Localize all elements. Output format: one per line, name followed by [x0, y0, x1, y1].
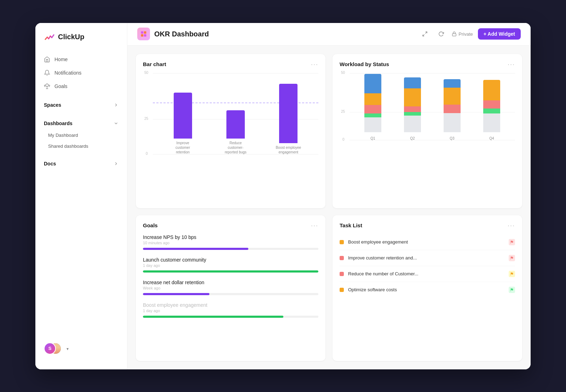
task-flag-2[interactable]	[509, 271, 515, 277]
task-list-menu[interactable]: ···	[508, 222, 515, 229]
flag-icon-0	[510, 240, 514, 244]
goals-widget: Goals ··· Increase NPS by 10 bps 10 minu…	[136, 215, 325, 361]
spaces-section-header[interactable]: Spaces	[35, 99, 127, 111]
q2-green	[404, 112, 421, 116]
add-widget-button[interactable]: + Add Widget	[478, 28, 521, 40]
bar-chart-header: Bar chart ···	[143, 61, 318, 68]
refresh-button[interactable]	[435, 28, 447, 40]
q4-label: Q4	[489, 136, 494, 140]
sidebar-item-shared-dashboards[interactable]: Shared dashboards	[35, 141, 127, 152]
goal-fill-3	[143, 316, 283, 318]
clickup-logo-icon	[44, 31, 55, 43]
task-list-header: Task List ···	[340, 222, 515, 229]
goal-fill-2	[143, 293, 209, 295]
goal-track-0	[143, 248, 318, 250]
page-icon	[137, 28, 150, 40]
task-dot-1	[340, 256, 344, 260]
sidebar-user-area[interactable]: S ▾	[35, 337, 127, 361]
task-item-2: Reduce the number of Customer...	[340, 266, 515, 282]
docs-section-header[interactable]: Docs	[35, 157, 127, 170]
goal-item-2: Increase net dollar retention Week ago	[143, 280, 318, 295]
goal-name-0: Increase NPS by 10 bps	[143, 234, 318, 240]
svg-line-6	[423, 34, 424, 36]
workload-menu[interactable]: ···	[508, 61, 515, 68]
y-label-50: 50	[144, 71, 148, 75]
goals-label: Goals	[54, 83, 68, 89]
dashboards-section-header[interactable]: Dashboards	[35, 117, 127, 130]
flag-icon-1	[510, 256, 514, 260]
bar-chart-area: 50 25 0	[143, 73, 318, 165]
q1-blue	[364, 74, 381, 93]
docs-label: Docs	[44, 161, 56, 166]
avatar-initials: S	[48, 346, 52, 351]
app-name: ClickUp	[58, 33, 84, 41]
q3-pink	[444, 105, 461, 113]
bell-icon	[44, 70, 50, 76]
q4-gray	[483, 113, 500, 132]
bar-group-2: Boost employee engagement	[274, 84, 302, 154]
w-y-label-50: 50	[341, 71, 345, 75]
q2-label: Q2	[410, 136, 415, 140]
logo[interactable]: ClickUp	[35, 31, 127, 53]
q1-yellow	[364, 93, 381, 105]
goal-item-0: Increase NPS by 10 bps 10 minutes ago	[143, 234, 318, 250]
goal-name-2: Increase net dollar retention	[143, 280, 318, 285]
task-flag-1[interactable]	[509, 255, 515, 261]
q1-green	[364, 113, 381, 117]
q2-pink	[404, 106, 421, 112]
sidebar-item-my-dashboard[interactable]: My Dashboard	[35, 130, 127, 141]
flag-icon-3	[510, 288, 514, 292]
page-title: OKR Dashboard	[154, 30, 419, 38]
svg-point-0	[46, 84, 48, 87]
goal-name-1: Launch customer community	[143, 257, 318, 263]
svg-rect-7	[452, 34, 456, 36]
shared-dashboards-label: Shared dashboards	[48, 144, 88, 149]
q4-yellow	[483, 80, 500, 100]
stacked-bar-q1: Q1	[364, 74, 381, 140]
avatar-user-1: S	[44, 343, 56, 355]
q3-label: Q3	[450, 136, 454, 140]
expand-icon	[422, 31, 428, 37]
sidebar-item-notifications[interactable]: Notifications	[35, 66, 127, 80]
goal-fill-0	[143, 248, 248, 250]
sidebar-item-home[interactable]: Home	[35, 53, 127, 66]
svg-line-5	[426, 32, 427, 34]
docs-chevron-right-icon	[114, 161, 119, 166]
task-flag-0[interactable]	[509, 239, 515, 245]
q4-bar	[483, 80, 500, 132]
flag-icon-2	[510, 272, 514, 276]
task-name-2: Reduce the number of Customer...	[348, 271, 504, 276]
task-flag-3[interactable]	[509, 287, 515, 293]
notifications-label: Notifications	[54, 70, 81, 76]
goal-fill-1	[143, 270, 318, 273]
task-item-0: Boost employee engagement	[340, 234, 515, 250]
q2-gray	[404, 116, 421, 132]
q1-label: Q1	[370, 136, 375, 140]
task-list-title: Task List	[340, 222, 362, 228]
goal-name-3: Boost employee engagement	[143, 302, 318, 308]
q3-yellow	[444, 88, 461, 105]
expand-button[interactable]	[419, 28, 431, 40]
bar-group-1: Reduce customer-reported bugs	[221, 110, 250, 154]
q3-gray	[444, 113, 461, 132]
bar-0	[174, 93, 192, 139]
bar-chart-menu[interactable]: ···	[311, 61, 318, 68]
q1-pink	[364, 105, 381, 114]
q3-bar	[444, 79, 461, 132]
task-name-0: Boost employee engagement	[348, 239, 504, 245]
q4-green	[483, 109, 500, 113]
goals-menu[interactable]: ···	[311, 222, 318, 229]
private-badge[interactable]: Private	[452, 31, 473, 37]
task-dot-2	[340, 272, 344, 276]
goal-time-1: 1 day ago	[143, 263, 318, 268]
workload-chart-area: 50 25 0	[340, 73, 515, 151]
workload-title: Workload by Status	[340, 61, 389, 67]
goal-track-3	[143, 316, 318, 318]
task-name-3: Optimize software costs	[348, 287, 504, 292]
goals-list: Increase NPS by 10 bps 10 minutes ago La…	[143, 234, 318, 318]
goal-time-0: 10 minutes ago	[143, 241, 318, 245]
sidebar-item-goals[interactable]: Goals	[35, 80, 127, 93]
svg-rect-4	[144, 34, 146, 37]
goal-track-2	[143, 293, 318, 295]
sidebar: ClickUp Home Notifications Goals	[35, 23, 127, 369]
